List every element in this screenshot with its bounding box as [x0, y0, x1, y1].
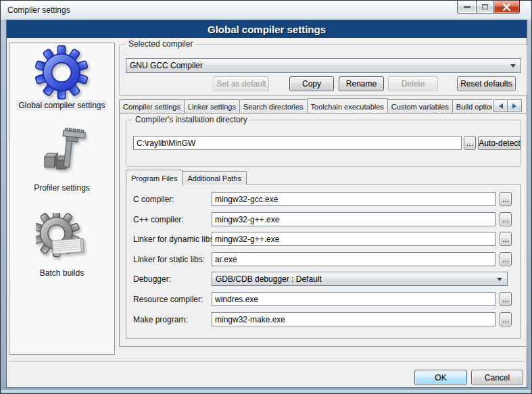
selected-compiler-group-label: Selected compiler: [126, 39, 195, 49]
cpp-compiler-input[interactable]: [212, 212, 495, 226]
cancel-button[interactable]: Cancel: [471, 370, 523, 385]
resource-compiler-label: Resource compiler:: [133, 295, 203, 304]
installation-directory-input[interactable]: [133, 136, 462, 150]
installation-directory-browse-button[interactable]: ...: [464, 136, 476, 150]
caption-buttons: [457, 1, 520, 14]
page-title: Global compiler settings: [208, 24, 326, 35]
cpp-compiler-label: C++ compiler:: [133, 215, 184, 224]
c-compiler-input[interactable]: [212, 192, 495, 206]
title-bar[interactable]: Compiler settings: [1, 1, 531, 20]
static-linker-label: Linker for static libs:: [133, 255, 205, 264]
settings-tabs: Compiler settings Linker settings Search…: [119, 98, 492, 113]
resource-compiler-input[interactable]: [212, 292, 495, 306]
close-button[interactable]: [494, 1, 520, 14]
copy-button[interactable]: Copy: [289, 76, 334, 91]
window-title: Compiler settings: [7, 1, 70, 20]
dynamic-linker-input[interactable]: [212, 232, 495, 246]
static-linker-input[interactable]: [212, 252, 495, 266]
window-bottom-edge: [1, 390, 531, 393]
resource-compiler-browse-button[interactable]: ...: [500, 292, 512, 306]
compiler-select[interactable]: GNU GCC Compiler: [126, 58, 521, 73]
tab-build-options[interactable]: Build options: [452, 99, 492, 113]
reset-defaults-button[interactable]: Reset defaults: [457, 76, 516, 91]
ok-button[interactable]: OK: [414, 370, 467, 385]
make-program-browse-button[interactable]: ...: [500, 312, 512, 326]
arrow-right-icon: [512, 103, 516, 109]
c-compiler-browse-button[interactable]: ...: [500, 192, 512, 206]
tab-scroll-right-button[interactable]: [508, 99, 522, 112]
sidebar-item-batch-builds[interactable]: Batch builds: [9, 268, 115, 278]
dynamic-linker-browse-button[interactable]: ...: [500, 232, 512, 246]
minimize-icon: [464, 6, 470, 8]
c-compiler-label: C compiler:: [133, 195, 174, 204]
debugger-label: Debugger:: [133, 274, 171, 284]
page-header: Global compiler settings: [7, 20, 527, 38]
set-as-default-button[interactable]: Set as default: [214, 76, 269, 91]
debugger-select[interactable]: GDB/CDB debugger : Default: [212, 272, 508, 286]
tab-toolchain-executables[interactable]: Toolchain executables: [307, 98, 388, 113]
compiler-select-value: GNU GCC Compiler: [130, 61, 203, 70]
chevron-down-icon: [497, 278, 502, 281]
gray-gear-stack-icon[interactable]: [36, 213, 87, 267]
blue-gear-icon[interactable]: [34, 45, 89, 102]
program-subtabs: Program Files Additional Paths: [126, 170, 246, 184]
debugger-select-value: GDB/CDB debugger : Default: [216, 274, 322, 284]
delete-button[interactable]: Delete: [388, 76, 438, 91]
maximize-button[interactable]: [477, 1, 494, 14]
tab-custom-variables[interactable]: Custom variables: [387, 99, 453, 113]
make-program-label: Make program:: [133, 315, 188, 324]
sidebar-item-profiler-settings[interactable]: Profiler settings: [9, 183, 115, 193]
rename-button[interactable]: Rename: [339, 76, 384, 91]
arrow-left-icon: [499, 103, 503, 109]
maximize-icon: [482, 4, 488, 9]
cpp-compiler-browse-button[interactable]: ...: [500, 212, 512, 226]
subtab-program-files[interactable]: Program Files: [126, 170, 183, 186]
installation-directory-group-label: Compiler's installation directory: [132, 115, 250, 124]
subtab-additional-paths[interactable]: Additional Paths: [182, 171, 247, 184]
dynamic-linker-label: Linker for dynamic libs:: [133, 235, 216, 244]
chevron-down-icon: [510, 64, 516, 68]
tab-compiler-settings[interactable]: Compiler settings: [119, 99, 185, 113]
sidebar-item-global-compiler-settings[interactable]: Global compiler settings: [9, 101, 115, 110]
tab-scroll-buttons: [493, 99, 522, 112]
auto-detect-button[interactable]: Auto-detect: [478, 136, 521, 150]
compiler-settings-window: Compiler settings Global compiler settin…: [0, 0, 532, 394]
close-icon: [502, 3, 511, 11]
footer-separator: [9, 361, 525, 362]
tab-scroll-left-button[interactable]: [493, 99, 508, 112]
static-linker-browse-button[interactable]: ...: [500, 252, 512, 266]
minimize-button[interactable]: [457, 1, 477, 14]
tab-linker-settings[interactable]: Linker settings: [184, 99, 240, 113]
caliper-icon[interactable]: [37, 126, 87, 180]
make-program-input[interactable]: [212, 312, 495, 326]
tab-search-directories[interactable]: Search directories: [239, 99, 308, 113]
